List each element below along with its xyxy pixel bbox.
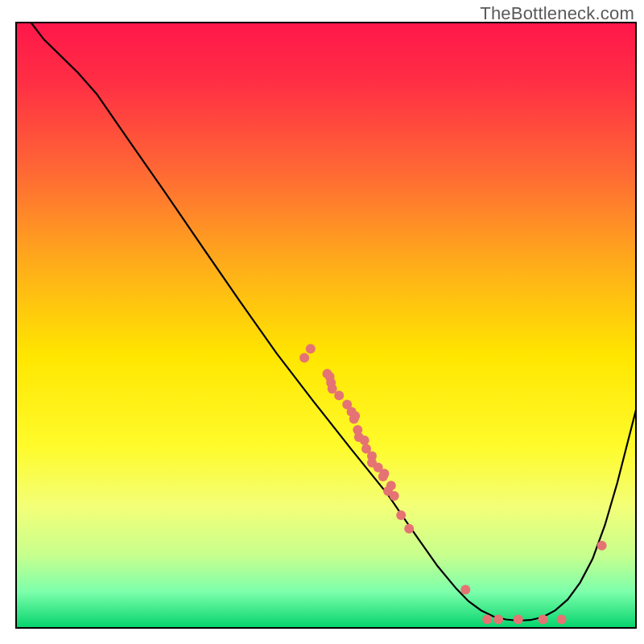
data-marker [390, 491, 399, 501]
data-marker [493, 615, 503, 625]
data-marker [404, 524, 414, 534]
data-marker [379, 469, 389, 478]
data-marker [386, 481, 396, 490]
data-marker [360, 436, 369, 445]
chart-container: TheBottleneck.com [0, 0, 644, 644]
watermark-text: TheBottleneck.com [480, 3, 634, 24]
data-marker [396, 510, 406, 520]
data-marker [557, 615, 567, 625]
data-marker [539, 615, 548, 625]
chart-svg [0, 0, 644, 644]
data-marker [514, 615, 523, 625]
plot-area [16, 23, 636, 628]
data-marker [349, 415, 359, 424]
data-marker [460, 585, 470, 595]
data-marker [306, 344, 316, 353]
data-marker [597, 541, 607, 551]
data-marker [299, 353, 309, 363]
data-marker [334, 390, 344, 400]
data-marker [482, 615, 492, 625]
